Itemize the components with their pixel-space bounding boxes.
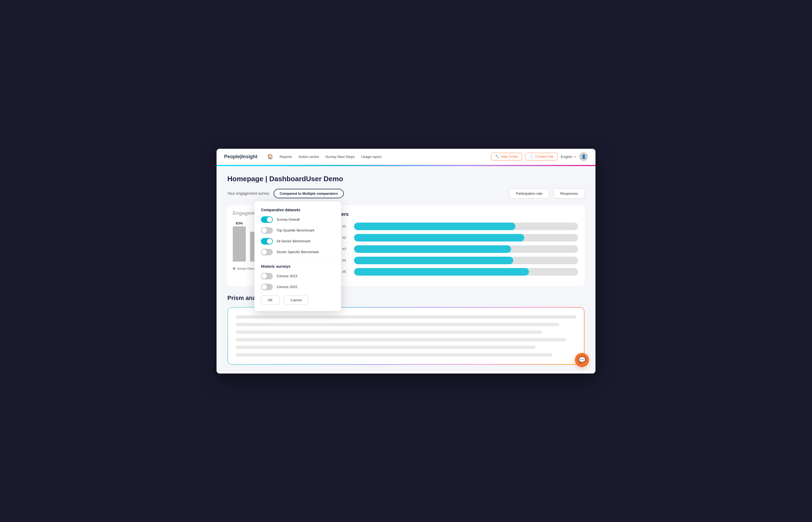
driver-row-1: driver #1 [332,223,578,230]
toggle-top-quartile: Top Quartile Benchmark [261,227,334,234]
modal-divider [261,260,334,260]
brand-logo: People|Insight [224,154,257,160]
page-title: Homepage | DashboardUser Demo [227,175,585,183]
cancel-button[interactable]: Cancel [284,296,308,304]
legend-survey-overall: Survey Overall [233,267,257,270]
survey-row: Your engagement survey Compared to Multi… [227,188,585,199]
bar-gray-83 [233,226,246,262]
driver-bar-fill-5 [354,268,529,276]
skeleton-2 [236,323,559,326]
bar-83: 83% [233,221,246,262]
toggle-label-survey-overall: Survey Overall [277,218,299,222]
driver-row-4: driver #4 [332,257,578,264]
toggle-label-all-sector: All Sector Benchmark [277,239,310,243]
nav-reports[interactable]: Reports [279,155,292,159]
driver-row-3: driver #3 [332,245,578,253]
nav-usage-report[interactable]: Usage report [361,155,381,159]
avatar[interactable]: 👤 [579,152,588,161]
nav-action-centre[interactable]: Action centre [298,155,319,159]
bar-label-83: 83% [236,221,243,225]
toggle-switch-census-2022[interactable] [261,284,273,290]
skeleton-3 [236,330,542,334]
driver-bar-bg-3 [354,245,578,253]
toggle-knob-sector-specific [262,249,267,255]
skeleton-6 [236,353,553,357]
toggle-knob-census-2022 [262,284,267,290]
driver-bar-fill-3 [354,245,511,253]
historic-surveys-title: Historic surveys [261,264,334,268]
toggle-sector-specific: Sector Specific Benchmark [261,249,334,255]
toggle-label-top-quartile: Top Quartile Benchmark [277,228,314,232]
home-icon[interactable]: 🏠 [267,154,273,160]
content-icon: 📄 [529,155,534,159]
toggle-census-2022: Census 2022 [261,284,334,290]
legend-label-overall: Survey Overall [237,267,257,270]
toggle-switch-sector-specific[interactable] [261,249,273,255]
toggle-label-census-2023: Census 2023 [277,274,297,278]
help-centre-button[interactable]: 🔧 Help Centre [491,153,522,160]
driver-bar-bg-5 [354,268,578,276]
toggle-all-sector: All Sector Benchmark [261,238,334,244]
prism-card-inner [228,308,584,364]
navbar-right: 🔧 Help Centre 📄 Content Hub English + 👤 [491,152,588,161]
skeleton-1 [236,315,576,319]
comparator-button[interactable]: Compared to Multiple comparators [274,189,344,198]
responses-button[interactable]: Responses [554,188,585,199]
toggle-survey-overall: Survey Overall [261,216,334,223]
dropdown-modal: Comparative datasets Survey Overall Top … [254,201,341,311]
content-hub-button[interactable]: 📄 Content Hub [525,153,557,160]
driver-bar-bg-1 [354,223,578,230]
legend-dot-overall [233,267,235,270]
toggle-switch-top-quartile[interactable] [261,227,273,234]
driver-bar-bg-4 [354,257,578,264]
toggle-knob-top-quartile [262,228,267,233]
drivers-card: drivers driver #1 driver #2 driver #3 [326,205,585,286]
language-selector[interactable]: English + [561,155,576,159]
ok-button[interactable]: OK [261,296,279,304]
toggle-label-census-2022: Census 2022 [277,285,297,289]
lang-plus-icon: + [574,155,576,159]
toggle-knob-survey-overall [267,217,272,222]
modal-actions: OK Cancel [261,296,334,304]
nav-links: Reports Action centre Survey Next Steps … [279,155,484,159]
driver-row-5: driver #5 [332,268,578,276]
driver-bar-fill-2 [354,234,524,242]
skeleton-5 [236,346,535,349]
toggle-switch-survey-overall[interactable] [261,216,273,223]
driver-row-2: driver #2 [332,234,578,242]
help-icon: 🔧 [495,155,499,159]
driver-bar-bg-2 [354,234,578,242]
survey-label: Your engagement survey [227,191,269,196]
toggle-switch-census-2023[interactable] [261,273,273,279]
skeleton-4 [236,338,566,341]
main-content: Homepage | DashboardUser Demo Your engag… [216,166,596,374]
chat-fab-button[interactable]: 💬 [575,353,589,367]
nav-survey-next-steps[interactable]: Survey Next Steps [325,155,354,159]
toggle-knob-census-2023 [262,274,267,279]
driver-bar-fill-4 [354,257,513,264]
app-window: People|Insight 🏠 Reports Action centre S… [216,149,596,374]
driver-bar-fill-1 [354,223,515,230]
toggle-knob-all-sector [267,239,272,244]
toggle-label-sector-specific: Sector Specific Benchmark [277,250,319,254]
toggle-census-2023: Census 2023 [261,273,334,279]
drivers-title: drivers [332,212,578,217]
toggle-switch-all-sector[interactable] [261,238,273,244]
navbar: People|Insight 🏠 Reports Action centre S… [216,149,596,165]
comparative-datasets-title: Comparative datasets [261,208,334,212]
participation-rate-button[interactable]: Participation rate [509,188,549,199]
prism-card-wrapper [227,307,585,365]
